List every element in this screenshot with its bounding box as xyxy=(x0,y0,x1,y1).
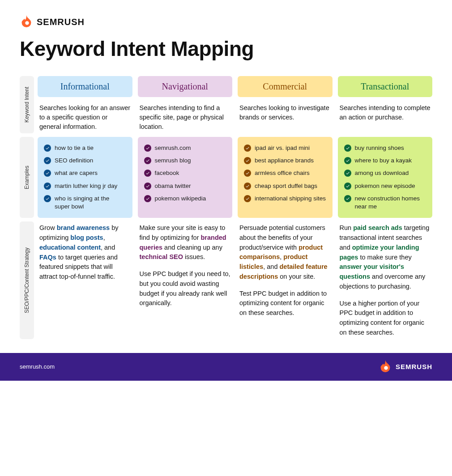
svg-point-1 xyxy=(384,366,388,370)
check-icon xyxy=(344,183,351,190)
example-item: how to tie a tie xyxy=(44,144,126,152)
brand-name: SEMRUSH xyxy=(396,363,432,370)
highlight: optimize your landing pages xyxy=(340,244,419,261)
strategy-text: Grow brand awareness by optimizing blog … xyxy=(38,221,132,339)
check-icon xyxy=(244,195,251,202)
row-label-intent: Keyword Intent xyxy=(20,76,34,133)
example-item: martin luther king jr day xyxy=(44,182,126,190)
examples-list: how to tie a tieSEO definitionwhat are c… xyxy=(38,137,132,218)
example-text: facebook xyxy=(155,169,179,177)
check-icon xyxy=(144,170,151,177)
example-item: international shipping sites xyxy=(244,195,326,203)
example-text: where to buy a kayak xyxy=(355,157,412,165)
example-text: buy running shoes xyxy=(355,144,404,152)
check-icon xyxy=(244,170,251,177)
check-icon xyxy=(144,157,151,164)
column-navigational: NavigationalSearches intending to find a… xyxy=(138,76,233,340)
check-icon xyxy=(144,195,151,202)
check-icon xyxy=(144,183,151,190)
example-text: who is singing at the super bowl xyxy=(55,195,126,211)
flame-icon xyxy=(20,15,33,29)
check-icon xyxy=(144,144,151,152)
check-icon xyxy=(44,170,51,177)
brand-name: SEMRUSH xyxy=(37,17,85,27)
intent-header-commercial: Commercial xyxy=(238,76,333,97)
example-item: where to buy a kayak xyxy=(344,157,426,165)
example-text: pokemon new episode xyxy=(355,182,415,190)
intent-grid: Keyword IntentExamplesSEO/PPC/Content St… xyxy=(20,76,432,340)
highlight: educational content xyxy=(39,244,101,251)
check-icon xyxy=(344,157,351,164)
highlight: technical SEO xyxy=(140,253,183,260)
check-icon xyxy=(244,183,251,190)
example-item: buy running shoes xyxy=(344,144,426,152)
example-text: armless office chairs xyxy=(255,169,310,177)
highlight: product comparisons xyxy=(239,244,323,261)
intent-description: Searches intending to find a specific si… xyxy=(138,101,233,133)
example-text: what are capers xyxy=(55,169,98,177)
check-icon xyxy=(344,144,351,152)
intent-header-informational: Informational xyxy=(38,76,132,97)
example-text: how to tie a tie xyxy=(55,144,94,152)
check-icon xyxy=(44,183,51,190)
example-item: best appliance brands xyxy=(244,157,326,165)
examples-list: semrush.comsemrush blogfacebookobama twi… xyxy=(138,137,233,218)
highlight: brand awareness xyxy=(57,224,110,231)
highlight: blog posts xyxy=(70,234,103,241)
example-item: semrush blog xyxy=(144,157,226,165)
example-text: SEO definition xyxy=(55,157,93,165)
example-text: ipad air vs. ipad mini xyxy=(255,144,310,152)
example-text: international shipping sites xyxy=(255,195,326,203)
brand-logo: SEMRUSH xyxy=(20,15,432,29)
example-item: new construction homes near me xyxy=(344,195,426,211)
page-title: Keyword Intent Mapping xyxy=(20,37,432,61)
example-text: best appliance brands xyxy=(255,157,314,165)
strategy-text: Persuade potential customers about the b… xyxy=(238,221,333,339)
check-icon xyxy=(44,144,51,152)
intent-header-transactional: Transactional xyxy=(338,76,433,97)
example-item: obama twitter xyxy=(144,182,226,190)
example-item: pokemon wikipedia xyxy=(144,195,226,203)
example-item: ipad air vs. ipad mini xyxy=(244,144,326,152)
example-item: semrush.com xyxy=(144,144,226,152)
example-text: semrush blog xyxy=(155,157,191,165)
example-text: martin luther king jr day xyxy=(55,182,117,190)
examples-list: ipad air vs. ipad minibest appliance bra… xyxy=(238,137,333,218)
intent-description: Searches looking to investigate brands o… xyxy=(238,101,333,133)
column-informational: InformationalSearches looking for an ans… xyxy=(38,76,132,340)
example-text: obama twitter xyxy=(155,182,191,190)
examples-list: buy running shoeswhere to buy a kayakamo… xyxy=(338,137,433,218)
intent-header-navigational: Navigational xyxy=(138,76,233,97)
example-item: who is singing at the super bowl xyxy=(44,195,126,211)
strategy-text: Run paid search ads targeting transactio… xyxy=(338,221,433,339)
check-icon xyxy=(344,170,351,177)
example-item: facebook xyxy=(144,169,226,177)
footer: semrush.com SEMRUSH xyxy=(0,353,452,381)
highlight: answer your visitor's questions xyxy=(340,263,404,280)
example-text: cheap sport duffel bags xyxy=(255,182,317,190)
row-label-strategy: SEO/PPC/Content Strategy xyxy=(20,221,34,339)
example-item: pokemon new episode xyxy=(344,182,426,190)
check-icon xyxy=(44,195,51,202)
flame-icon xyxy=(379,360,392,374)
check-icon xyxy=(44,157,51,164)
example-text: pokemon wikipedia xyxy=(155,195,206,203)
intent-description: Searches intending to complete an action… xyxy=(338,101,433,133)
check-icon xyxy=(344,195,351,202)
footer-site: semrush.com xyxy=(20,363,55,370)
example-item: SEO definition xyxy=(44,157,126,165)
example-text: semrush.com xyxy=(155,144,191,152)
example-item: what are capers xyxy=(44,169,126,177)
example-item: cheap sport duffel bags xyxy=(244,182,326,190)
highlight: paid search ads xyxy=(353,224,402,231)
example-text: among us download xyxy=(355,169,409,177)
column-commercial: CommercialSearches looking to investigat… xyxy=(238,76,333,340)
intent-description: Searches looking for an answer to a spec… xyxy=(38,101,132,133)
example-text: new construction homes near me xyxy=(355,195,426,211)
column-transactional: TransactionalSearches intending to compl… xyxy=(338,76,433,340)
example-item: armless office chairs xyxy=(244,169,326,177)
svg-point-0 xyxy=(25,21,29,25)
row-label-examples: Examples xyxy=(20,137,34,218)
highlight: FAQs xyxy=(39,254,56,261)
check-icon xyxy=(244,157,251,164)
